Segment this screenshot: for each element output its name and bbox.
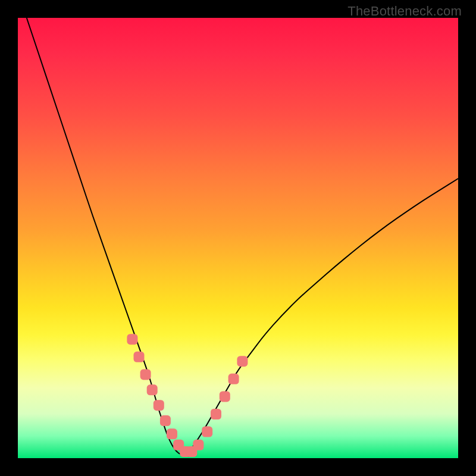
data-marker — [211, 409, 221, 419]
chart-svg — [18, 18, 458, 458]
data-marker — [193, 440, 203, 450]
data-marker — [140, 369, 151, 380]
marker-layer — [127, 334, 248, 457]
chart-frame: TheBottleneck.com — [0, 0, 476, 476]
curve-layer — [27, 18, 458, 455]
bottleneck-curve — [27, 18, 458, 455]
data-marker — [154, 400, 164, 411]
data-marker — [127, 334, 137, 345]
watermark-text: TheBottleneck.com — [347, 4, 462, 19]
data-marker — [220, 391, 230, 402]
data-marker — [237, 356, 248, 367]
data-marker — [160, 415, 171, 426]
data-marker — [147, 384, 158, 395]
data-marker — [167, 428, 177, 439]
data-marker — [202, 427, 212, 437]
data-marker — [134, 352, 145, 362]
data-marker — [228, 374, 239, 384]
